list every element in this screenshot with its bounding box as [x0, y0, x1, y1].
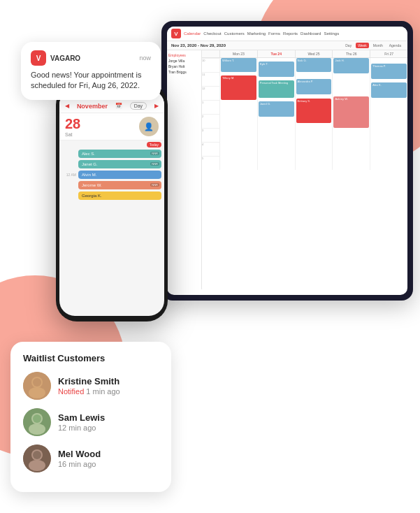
event-brittany[interactable]: Brittany S. [296, 99, 332, 123]
event-thomas[interactable]: Thomas P. [371, 64, 407, 79]
phone-date-info: 28 Sat [65, 116, 80, 137]
appt-bar-alec[interactable]: Alec S. NNR [78, 150, 161, 158]
svg-point-3 [33, 378, 41, 386]
mel-name: Mel Wood [58, 449, 159, 460]
mel-face-svg [23, 445, 51, 472]
nav-forms[interactable]: Forms [268, 31, 280, 36]
kristine-info: Kristine Smith Notified 1 min ago [58, 376, 159, 396]
event-jack[interactable]: Jack H. [333, 58, 369, 73]
appt-janet: Janet G. NNR [62, 160, 161, 168]
event-kyle[interactable]: Kyle T. [259, 62, 294, 77]
view-tabs: Day Week Month Agenda [343, 43, 403, 48]
notification-header: V VAGARO now [31, 50, 151, 66]
waitlist-item-mel: Mel Wood 16 min ago [23, 445, 159, 472]
appt-bar-alvin[interactable]: Alvin M. [78, 171, 161, 179]
time-5pm: 5 [202, 156, 219, 170]
vagaro-logo: V [171, 29, 181, 38]
sam-time: 12 min ago [58, 424, 159, 432]
sidebar-filter-label: Employees [168, 53, 200, 57]
time-3pm: 3 [202, 128, 219, 142]
prev-month-icon[interactable]: ◀ [65, 103, 69, 109]
avatar-icon: 👤 [144, 122, 154, 131]
mel-info: Mel Wood 16 min ago [58, 449, 159, 468]
appt-bar-janet[interactable]: Janet G. NNR [78, 160, 161, 168]
svg-point-6 [29, 424, 45, 435]
col-thu: Jack H. Aubrey W. [332, 58, 370, 170]
avatar-mel [23, 445, 51, 472]
tab-week[interactable]: Week [356, 43, 369, 48]
nav-customers[interactable]: Customers [224, 31, 245, 36]
employee-3: Tran Briggs [168, 70, 200, 74]
avatar-kristine [23, 372, 51, 400]
calendar-toolbar: Nov 23, 2020 - Nov 29, 2020 Day Week Mon… [167, 41, 407, 50]
calendar-icon[interactable]: 📅 [115, 103, 122, 109]
nav-settings[interactable]: Settings [324, 31, 339, 36]
avatar-sam [23, 408, 51, 436]
event-nick[interactable]: Nick G. [296, 58, 332, 72]
event-personal-task[interactable]: Personal Task Meeting [259, 80, 294, 98]
notif-message: Good news! Your appointment is scheduled… [31, 70, 151, 92]
phone-screen: 9:41 ▶ ⬛ 🔋 ◀ November 📅 Day ▶ 28 Sat 👤 T… [59, 89, 164, 316]
kristine-avatar-img [23, 372, 51, 400]
nav-calendar[interactable]: Calendar [184, 31, 201, 36]
col-tue: Kyle T. Personal Task Meeting Jared G. [257, 58, 295, 170]
next-month-icon[interactable]: ▶ [154, 103, 159, 109]
date-range: Nov 23, 2020 - Nov 29, 2020 [171, 43, 226, 48]
today-button[interactable]: Today [147, 142, 161, 147]
col-fri: Thomas P. Alex K. [370, 58, 407, 170]
appt-tag-jerome: NNR [150, 183, 159, 187]
vagaro-notif-logo: V [31, 50, 46, 66]
day-headers: Mon 23 Tue 24 Wed 25 Thu 26 Fri 27 [202, 50, 407, 58]
tab-day[interactable]: Day [343, 43, 354, 48]
nav-marketing[interactable]: Marketing [247, 31, 266, 36]
phone-month[interactable]: November [77, 103, 108, 110]
appt-tag-janet: NNR [150, 162, 159, 166]
time-12pm: 12 [202, 86, 219, 100]
tab-agenda[interactable]: Agenda [387, 43, 403, 48]
phone-view-btn[interactable]: Day [130, 102, 147, 110]
phone-date-row: 28 Sat 👤 [59, 113, 164, 140]
laptop-device: V Calendar Checkout Customers Marketing … [161, 21, 413, 301]
appt-bar-jerome[interactable]: Jerome W. NNR [78, 181, 161, 189]
day-header-mon: Mon 23 [219, 50, 257, 57]
time-10am: 10 [202, 58, 219, 72]
calendar-main: Mon 23 Tue 24 Wed 25 Thu 26 Fri 27 10 11… [202, 50, 407, 289]
employee-1: Jorge Villa [168, 59, 200, 63]
kristine-face-svg [23, 372, 51, 400]
waitlist-item-sam: Sam Lewis 12 min ago [23, 408, 159, 436]
phone-appointments: Today Alec S. NNR Janet G. NNR 12 AM [59, 140, 164, 316]
time-labels: 10 11 12 1 2 3 4 5 [202, 58, 219, 289]
time-grid: 10 11 12 1 2 3 4 5 William T. Tiffany M. [202, 58, 407, 289]
nav-dashboard[interactable]: Dashboard [300, 31, 321, 36]
appt-alvin: 12 AM Alvin M. [62, 171, 161, 179]
calendar-sidebar: Employees Jorge Villa Bryan Holt Tran Br… [167, 50, 202, 289]
nav-checkout[interactable]: Checkout [203, 31, 221, 36]
event-tiffany[interactable]: Tiffany M. [221, 75, 256, 100]
nav-reports[interactable]: Reports [283, 31, 298, 36]
phone-header: ◀ November 📅 Day ▶ [59, 99, 164, 113]
phone-device: 9:41 ▶ ⬛ 🔋 ◀ November 📅 Day ▶ 28 Sat 👤 T… [56, 84, 168, 321]
mel-time: 16 min ago [58, 460, 159, 468]
waitlist-item-kristine: Kristine Smith Notified 1 min ago [23, 372, 159, 400]
appt-alec: Alec S. NNR [62, 150, 161, 158]
time-2pm: 2 [202, 114, 219, 128]
notified-label: Notified [58, 387, 84, 396]
event-alex[interactable]: Alex K. [371, 82, 407, 98]
event-william[interactable]: William T. [221, 58, 256, 72]
phone-day-label: Sat [65, 132, 80, 137]
employee-2: Bryan Holt [168, 64, 200, 68]
event-alexandra[interactable]: Alexandra P. [296, 79, 332, 94]
sam-face-svg [23, 408, 51, 436]
waitlist-card: Waitlist Customers Kristine Smith Notifi… [10, 342, 171, 492]
event-jared[interactable]: Jared G. [259, 101, 294, 117]
appt-tag-alec: NNR [150, 152, 159, 155]
sam-info: Sam Lewis 12 min ago [58, 412, 159, 432]
appt-bar-georgia[interactable]: Georgia K. [78, 192, 161, 200]
event-aubrey[interactable]: Aubrey W. [333, 96, 369, 128]
day-header-thu: Thu 26 [332, 50, 370, 57]
calendar-grid: Employees Jorge Villa Bryan Holt Tran Br… [167, 50, 407, 289]
col-mon: William T. Tiffany M. [219, 58, 257, 170]
calendar-topbar: V Calendar Checkout Customers Marketing … [167, 27, 407, 41]
time-4pm: 4 [202, 142, 219, 156]
tab-month[interactable]: Month [371, 43, 385, 48]
